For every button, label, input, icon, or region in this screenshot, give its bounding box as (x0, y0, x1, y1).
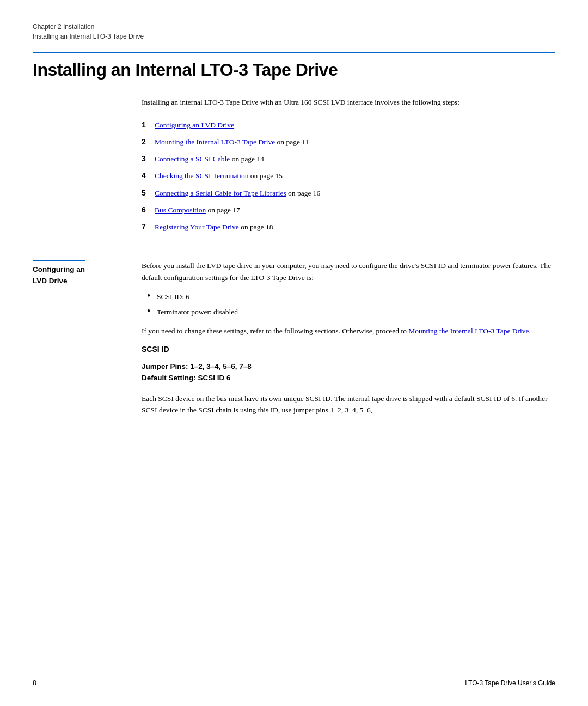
steps-list: 1 Configuring an LVD Drive 2 Mounting th… (142, 119, 555, 239)
bullet-list: • SCSI ID: 6 • Terminator power: disable… (142, 291, 555, 318)
step-6-link[interactable]: Bus Composition (155, 206, 206, 214)
page-title: Installing an Internal LTO-3 Tape Drive (33, 60, 555, 80)
list-item: 3 Connecting a SCSI Cable on page 14 (142, 153, 555, 165)
default-setting-label: Default Setting: SCSI ID 6 (142, 374, 555, 382)
jumper-pins-label: Jumper Pins: 1–2, 3–4, 5–6, 7–8 (142, 362, 555, 370)
list-item: 6 Bus Composition on page 17 (142, 204, 555, 216)
section-label-border: Configuring an LVD Drive (33, 260, 85, 287)
bullet-icon: • (147, 291, 157, 301)
step-number-4: 4 (142, 170, 155, 181)
list-item: • SCSI ID: 6 (147, 291, 555, 302)
step-number-6: 6 (142, 204, 155, 216)
step-4-suffix: on page 15 (248, 172, 283, 180)
section-body2-suffix: . (529, 327, 531, 335)
list-item: 4 Checking the SCSI Termination on page … (142, 170, 555, 181)
breadcrumb-line2: Installing an Internal LTO-3 Tape Drive (33, 32, 555, 41)
step-number-2: 2 (142, 136, 155, 148)
bullet-icon: • (147, 306, 157, 316)
scsi-id-heading: SCSI ID (142, 345, 555, 354)
section-body2-link[interactable]: Mounting the Internal LTO-3 Tape Drive (408, 327, 529, 335)
section-body1: Before you install the LVD tape drive in… (142, 260, 555, 283)
step-4-link[interactable]: Checking the SCSI Termination (155, 172, 248, 180)
list-item: 7 Registering Your Tape Drive on page 18 (142, 221, 555, 233)
step-1-link[interactable]: Configuring an LVD Drive (155, 121, 234, 129)
section-label-line1: Configuring an (33, 265, 85, 273)
breadcrumb-line1: Chapter 2 Installation (33, 22, 555, 32)
list-item: • Terminator power: disabled (147, 307, 555, 318)
scsi-id-section: SCSI ID Jumper Pins: 1–2, 3–4, 5–6, 7–8 … (142, 345, 555, 416)
step-5-link[interactable]: Connecting a Serial Cable for Tape Libra… (155, 189, 286, 197)
section-content: Before you install the LVD tape drive in… (142, 260, 555, 423)
step-2-suffix: on page 11 (275, 138, 309, 146)
content-area: Installing an internal LTO-3 Tape Drive … (142, 96, 555, 440)
bullet-item-2: Terminator power: disabled (157, 307, 238, 318)
chapter-heading-section: Installing an Internal LTO-3 Tape Drive (33, 52, 555, 80)
step-number-7: 7 (142, 221, 155, 233)
list-item: 5 Connecting a Serial Cable for Tape Lib… (142, 187, 555, 199)
step-number-1: 1 (142, 119, 155, 131)
breadcrumb: Chapter 2 Installation Installing an Int… (33, 22, 555, 41)
step-7-link[interactable]: Registering Your Tape Drive (155, 223, 239, 231)
list-item: 2 Mounting the Internal LTO-3 Tape Drive… (142, 136, 555, 148)
section-label-line2: LVD Drive (33, 277, 68, 285)
step-3-link[interactable]: Connecting a SCSI Cable (155, 155, 230, 163)
scsi-body-text: Each SCSI device on the bus must have it… (142, 393, 555, 416)
step-2-link[interactable]: Mounting the Internal LTO-3 Tape Drive (155, 138, 275, 146)
step-6-suffix: on page 17 (206, 206, 240, 214)
section-label: Configuring an LVD Drive (33, 260, 142, 423)
page-container: Chapter 2 Installation Installing an Int… (0, 0, 588, 706)
step-number-5: 5 (142, 187, 155, 199)
footer-title: LTO-3 Tape Drive User's Guide (465, 679, 555, 687)
section-body2: If you need to change these settings, re… (142, 325, 555, 337)
intro-text: Installing an internal LTO-3 Tape Drive … (142, 96, 555, 108)
step-number-3: 3 (142, 153, 155, 165)
configuring-section: Configuring an LVD Drive Before you inst… (142, 260, 555, 423)
section-body2-prefix: If you need to change these settings, re… (142, 327, 408, 335)
step-7-suffix: on page 18 (239, 223, 273, 231)
step-5-suffix: on page 16 (286, 189, 321, 197)
list-item: 1 Configuring an LVD Drive (142, 119, 555, 131)
footer: 8 LTO-3 Tape Drive User's Guide (33, 679, 555, 687)
page-number: 8 (33, 679, 36, 687)
step-3-suffix: on page 14 (230, 155, 264, 163)
bullet-item-1: SCSI ID: 6 (157, 291, 189, 302)
